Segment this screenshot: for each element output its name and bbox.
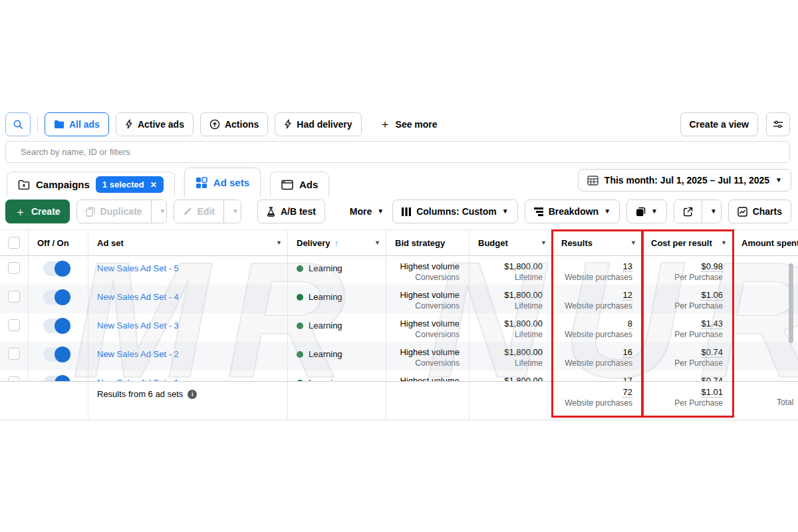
ab-test-button[interactable]: A/B test (257, 200, 325, 223)
table-row: New Sales Ad Set - 1 Learning Highest vo… (0, 370, 798, 381)
selected-badge[interactable]: 1 selected ✕ (96, 176, 164, 193)
export-dropdown[interactable]: ▼ (702, 200, 722, 223)
close-icon[interactable]: ✕ (150, 180, 157, 190)
chevron-down-icon: ▼ (604, 208, 610, 215)
cost-value: $0.74 (701, 376, 723, 381)
folder-icon (54, 120, 65, 129)
status-toggle[interactable] (43, 376, 70, 381)
row-checkbox[interactable] (8, 376, 20, 381)
header-delivery[interactable]: Delivery↑▼ (287, 230, 386, 255)
header-ad-set[interactable]: Ad set▼ (88, 230, 287, 255)
chevron-down-icon: ▼ (775, 177, 782, 184)
chevron-down-icon: ▼ (276, 239, 282, 246)
cost-value: $1.43 (701, 319, 723, 329)
tab-ad-sets[interactable]: Ad sets (184, 168, 261, 197)
see-more-button[interactable]: ＋ See more (371, 112, 446, 136)
create-button[interactable]: ＋ Create (5, 200, 70, 223)
bid-strategy-sub: Conversions (390, 272, 460, 283)
row-checkbox[interactable] (8, 291, 20, 303)
edit-dropdown[interactable]: ▼ (223, 200, 241, 223)
bid-strategy-value: Highest volume (390, 261, 460, 272)
create-view-label: Create a view (690, 119, 749, 130)
info-icon[interactable]: i (188, 390, 197, 399)
table-row: New Sales Ad Set - 4 Learning Highest vo… (0, 285, 798, 313)
breakdown-label: Breakdown (549, 206, 598, 217)
results-value: 12 (623, 290, 632, 301)
flask-icon (267, 207, 275, 217)
bid-strategy-sub: Conversions (390, 329, 460, 340)
filter-actions[interactable]: Actions (200, 112, 268, 136)
chevron-down-icon: ▼ (160, 208, 166, 215)
adsets-table: Off / On Ad set▼ Delivery↑▼ Bid strategy… (0, 229, 798, 420)
filter-had-delivery[interactable]: Had delivery (275, 112, 361, 136)
duplicate-button[interactable]: Duplicate (77, 200, 151, 223)
filter-active-ads[interactable]: Active ads (116, 112, 194, 136)
header-results[interactable]: Results▼ (552, 230, 642, 255)
chevron-down-icon: ▼ (377, 208, 384, 215)
row-checkbox[interactable] (8, 348, 20, 360)
status-toggle[interactable] (43, 319, 70, 333)
bid-strategy-sub: Conversions (390, 301, 460, 311)
status-toggle[interactable] (43, 290, 70, 305)
adset-name-link[interactable]: New Sales Ad Set - 2 (97, 349, 179, 359)
header-budget[interactable]: Budget▼ (469, 230, 552, 255)
bid-strategy-sub: Conversions (390, 358, 460, 368)
columns-label: Columns: Custom (416, 206, 497, 217)
export-icon (683, 207, 693, 217)
delivery-status: Learning (309, 263, 342, 273)
row-checkbox[interactable] (8, 319, 20, 331)
adset-name-link[interactable]: New Sales Ad Set - 1 (97, 378, 179, 381)
tab-label: Ad sets (213, 177, 249, 188)
search-input[interactable] (5, 141, 790, 163)
more-button[interactable]: More ▼ (341, 200, 392, 223)
cost-value: $0.74 (701, 347, 723, 358)
chevron-down-icon: ▼ (710, 208, 717, 215)
cost-sub: Per Purchase (646, 301, 723, 311)
filter-all-ads[interactable]: All ads (45, 112, 109, 136)
reports-button[interactable]: ▼ (626, 200, 667, 223)
header-amount-spent[interactable]: Amount spent (732, 230, 798, 255)
filter-settings-button[interactable] (766, 112, 790, 136)
delivery-status: Learning (309, 349, 342, 359)
delivery-status: Learning (309, 321, 342, 331)
date-range-picker[interactable]: This month: Jul 1, 2025 – Jul 11, 2025 ▼ (578, 169, 791, 192)
arrow-circle-icon (209, 119, 220, 130)
duplicate-split-button: Duplicate ▼ (76, 200, 167, 223)
export-button[interactable] (674, 200, 702, 223)
edit-button[interactable]: Edit (174, 200, 223, 223)
summary-row: Results from 6 ad sets i 72Website purch… (0, 381, 798, 420)
campaigns-folder-icon (18, 180, 30, 190)
header-cost-per-result[interactable]: Cost per result▼ (642, 230, 732, 255)
search-button[interactable] (5, 112, 31, 136)
results-sub: Website purchases (557, 329, 632, 340)
more-label: More (350, 206, 372, 217)
summary-results-value: 72 (623, 387, 632, 398)
chevron-down-icon: ▼ (721, 239, 727, 246)
status-toggle[interactable] (43, 261, 70, 276)
budget-value: $1,800.00 (473, 318, 543, 329)
select-all-checkbox[interactable] (8, 237, 20, 249)
tab-ads[interactable]: Ads (270, 172, 329, 197)
action-bar: ＋ Create Duplicate ▼ Edit ▼ (5, 200, 791, 223)
adset-name-link[interactable]: New Sales Ad Set - 3 (97, 321, 179, 331)
header-bid-strategy[interactable]: Bid strategy (386, 230, 469, 255)
charts-label: Charts (753, 206, 782, 217)
status-toggle[interactable] (43, 347, 70, 362)
learning-status-dot (297, 380, 303, 382)
bid-strategy-value: Highest volume (390, 289, 460, 301)
tab-campaigns[interactable]: Campaigns 1 selected ✕ (7, 172, 175, 197)
adset-name-link[interactable]: New Sales Ad Set - 5 (97, 263, 179, 273)
create-label: Create (31, 206, 61, 217)
vertical-scrollbar[interactable] (789, 263, 793, 343)
columns-button[interactable]: Columns: Custom ▼ (392, 200, 517, 223)
create-view-button[interactable]: Create a view (680, 112, 759, 136)
breakdown-button[interactable]: Breakdown ▼ (525, 200, 620, 223)
adset-name-link[interactable]: New Sales Ad Set - 4 (97, 292, 179, 302)
selected-badge-label: 1 selected (102, 180, 144, 190)
charts-button[interactable]: Charts (728, 200, 791, 223)
learning-status-dot (297, 323, 303, 329)
tabs-row: Campaigns 1 selected ✕ Ad sets Ads This … (7, 168, 791, 197)
chevron-down-icon: ▼ (630, 239, 636, 246)
duplicate-dropdown[interactable]: ▼ (151, 200, 167, 223)
row-checkbox[interactable] (8, 262, 20, 274)
